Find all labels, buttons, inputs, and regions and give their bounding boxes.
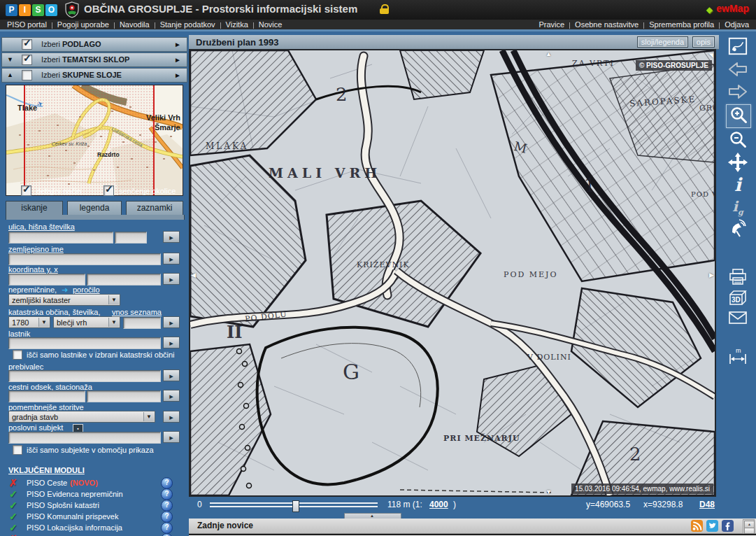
module-piso-ceste[interactable]: ✗ PISO Ceste(NOVO) ? — [0, 477, 187, 488]
menu-stanje-podatkov[interactable]: Stanje podatkov — [160, 20, 215, 29]
kataster-select[interactable]: zemljiški kataster▼ — [8, 294, 120, 306]
tab-legenda[interactable]: legenda — [67, 201, 122, 216]
module-help-button[interactable]: ? — [161, 533, 173, 536]
pan-right-arrow[interactable]: ▶ — [709, 271, 714, 278]
accordion-skupni-sloji[interactable]: ▲ Izberi SKUPNE SLOJE ► — [1, 68, 187, 83]
scale-slider[interactable] — [210, 502, 378, 507]
menu-osebne-nastavitve[interactable]: Osebne nastavitve — [575, 20, 639, 29]
zemljepisno-input[interactable] — [8, 253, 161, 265]
tab-zaznamki[interactable]: zaznamki — [126, 201, 183, 216]
menu-separator — [643, 22, 644, 29]
piso-logo[interactable]: PISO — [6, 3, 59, 16]
detajlni-nacin-checkbox[interactable]: ✓ — [21, 185, 31, 196]
measure-tool[interactable]: m — [726, 346, 750, 369]
module-piso-3d-lidar[interactable]: ✗ PISO 3D LiDAR(NOVO) ? — [0, 533, 187, 536]
pan-up-arrow[interactable]: ▲ — [545, 50, 552, 57]
vnos-seznama-link[interactable]: vnos seznama — [112, 308, 162, 316]
print-button[interactable] — [726, 268, 750, 289]
lastnik-ko-checkbox[interactable] — [13, 350, 22, 360]
full-extent-button[interactable] — [726, 36, 750, 59]
chevron-up-icon[interactable]: ▲ — [7, 71, 13, 78]
zemljepisno-search-button[interactable]: ▸ — [163, 253, 180, 265]
twitter-icon[interactable] — [706, 520, 718, 532]
ko-ime-select[interactable]: blečji vrh▼ — [53, 316, 120, 328]
module-help-button[interactable]: ? — [161, 500, 173, 512]
news-scrollbar[interactable]: ▲ — [743, 519, 755, 534]
lastnik-search-button[interactable]: ▸ — [163, 337, 180, 348]
parcela-search-button[interactable]: ▸ — [163, 316, 180, 328]
sencenje-okolice-checkbox[interactable]: ✓ — [104, 185, 114, 196]
lastnik-input[interactable] — [8, 337, 161, 349]
pan-left-arrow[interactable]: ◀ — [191, 271, 196, 278]
hisna-stevilka-input[interactable] — [115, 232, 147, 244]
subjekt-obmocje-checkbox[interactable] — [13, 445, 22, 455]
menu-navodila[interactable]: Navodila — [120, 20, 150, 29]
module-piso-splosni[interactable]: ✓ PISO Splošni katastri ? — [0, 500, 187, 511]
pan-down-arrow[interactable]: ▼ — [545, 488, 552, 495]
history-forward-button[interactable] — [726, 83, 750, 103]
identify-tool[interactable]: i — [726, 174, 750, 195]
scrollbar-thumb[interactable] — [744, 528, 755, 534]
chevron-down-icon[interactable]: ▼ — [7, 56, 13, 63]
cestni-odsek-input[interactable] — [8, 390, 85, 402]
rss-icon[interactable] — [691, 520, 703, 532]
menu-novice[interactable]: Novice — [259, 20, 283, 29]
koordinata-x-input[interactable] — [87, 274, 161, 285]
porocilo-link[interactable]: poročilo — [73, 285, 100, 294]
menu-piso-portal[interactable]: PISO portal — [7, 20, 47, 29]
module-piso-lokacijska[interactable]: ✓ PISO Lokacijska informacija ? — [0, 522, 187, 533]
module-help-button[interactable]: ? — [161, 477, 173, 489]
scale-slider-handle[interactable] — [292, 500, 299, 512]
module-help-button[interactable]: ? — [161, 488, 173, 500]
datum-link[interactable]: D48 — [699, 500, 715, 509]
pan-northeast-arrow[interactable]: ◥ — [708, 52, 713, 59]
prebivalec-input[interactable] — [8, 370, 161, 382]
podlago-checkbox[interactable]: ✓ — [22, 39, 32, 50]
module-piso-komunalni[interactable]: ✓ PISO Komunalni prispevek ? — [0, 511, 187, 522]
ko-stevilka-select[interactable]: 1780▼ — [8, 316, 50, 328]
opis-button[interactable]: opis — [692, 36, 715, 48]
menu-pogoji-uporabe[interactable]: Pogoji uporabe — [57, 20, 109, 29]
koordinata-search-button[interactable]: ▸ — [163, 273, 180, 285]
facebook-icon[interactable] — [722, 520, 734, 532]
tematski-checkbox[interactable]: ✓ — [22, 55, 32, 65]
module-help-button[interactable]: ? — [161, 511, 173, 523]
menu-odjava[interactable]: Odjava — [725, 20, 749, 29]
prebivalec-search-button[interactable]: ▸ — [163, 369, 180, 381]
menu-sprememba-profila[interactable]: Sprememba profila — [649, 20, 714, 29]
ulica-label[interactable]: ulica, hišna številka — [8, 223, 75, 231]
menu-pravice[interactable]: Pravice — [539, 20, 564, 29]
accordion-tematski-sklop[interactable]: ▼ ✓ Izberi TEMATSKI SKLOP ► — [1, 52, 187, 67]
zemljepisno-label[interactable]: zemljepisno ime — [8, 245, 64, 253]
sloji-legenda-button[interactable]: sloji/legenda — [637, 36, 688, 48]
cross-icon: ✗ — [9, 533, 17, 536]
send-mail-button[interactable] — [726, 310, 750, 328]
scale-value-link[interactable]: 4000 — [429, 500, 448, 509]
skupni-checkbox[interactable] — [22, 70, 32, 80]
stacionaza-input[interactable] — [87, 390, 161, 402]
gps-tool[interactable] — [726, 219, 750, 241]
zoom-out-tool[interactable] — [726, 129, 750, 153]
overview-map[interactable]: ✈ Tlake Veliki Vrh Šmarje Cerkev sv. Kri… — [6, 85, 183, 196]
zoom-in-tool[interactable] — [726, 104, 751, 128]
module-help-button[interactable]: ? — [161, 522, 173, 534]
view-3d-button[interactable]: 3D — [726, 289, 750, 310]
parcela-input[interactable] — [123, 317, 161, 329]
poslovni-search-button[interactable]: ▸ — [163, 431, 180, 443]
storitve-select[interactable]: gradnja stavb▼ — [8, 411, 155, 423]
koordinata-y-input[interactable] — [8, 274, 85, 285]
cestni-search-button[interactable]: ▸ — [163, 390, 180, 402]
tab-iskanje[interactable]: iskanje — [6, 201, 63, 216]
identify-group-tool[interactable]: ig — [726, 198, 750, 217]
history-back-button[interactable] — [726, 61, 750, 80]
storitve-search-button[interactable]: ▸ — [163, 411, 180, 423]
menu-vizitka[interactable]: Vizitka — [226, 20, 248, 29]
ulica-search-button[interactable]: ▸ — [163, 231, 180, 243]
module-piso-evidenca[interactable]: ✓ PISO Evidenca nepremičnin ? — [0, 488, 187, 500]
ulica-input[interactable] — [8, 232, 113, 244]
map-viewport[interactable]: ZA VRTI SAROPASKE GRO MLAKA 2 MALI VRH M… — [189, 49, 716, 497]
pan-tool[interactable] — [726, 152, 750, 176]
accordion-podlago[interactable]: ✓ Izberi PODLAGO ► — [1, 37, 187, 52]
koordinata-label[interactable]: koordinata y, x — [8, 265, 58, 274]
poslovni-input[interactable] — [8, 432, 161, 444]
